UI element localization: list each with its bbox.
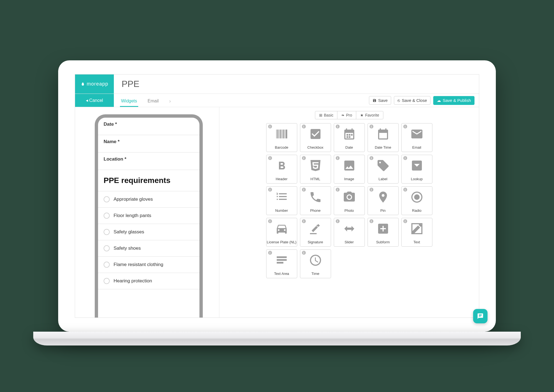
info-icon[interactable]: i: [268, 219, 272, 223]
widget-lookup[interactable]: iLookup: [401, 155, 432, 184]
check-item[interactable]: Safety glasses: [98, 224, 199, 240]
info-icon[interactable]: i: [302, 125, 306, 128]
widget-photo[interactable]: iPhoto: [334, 186, 365, 215]
check-label: Safety shoes: [114, 246, 141, 251]
widget-email[interactable]: iEmail: [401, 123, 432, 152]
widget-text[interactable]: iText: [401, 218, 432, 247]
widget-subform[interactable]: iSubform: [368, 218, 399, 247]
widget-date[interactable]: iDate: [334, 123, 365, 152]
chat-icon: [477, 313, 479, 318]
info-icon[interactable]: i: [302, 219, 306, 223]
info-icon[interactable]: i: [403, 125, 407, 128]
widget-label: Subform: [376, 240, 390, 244]
subbar: ◂ Cancel Widgets Email › Save ⎋ Save & C…: [75, 94, 479, 107]
bold-icon: [275, 155, 288, 176]
info-icon[interactable]: i: [302, 188, 306, 192]
widget-header[interactable]: iHeader: [266, 155, 297, 184]
info-icon[interactable]: i: [302, 156, 306, 160]
widget-label: Signature: [308, 240, 323, 244]
check-item[interactable]: Safety shoes: [98, 240, 199, 256]
dropdown-icon: [410, 155, 424, 176]
leaf-icon: [81, 82, 85, 86]
widget-checkbox[interactable]: iCheckbox: [300, 123, 331, 152]
tab-email[interactable]: Email: [147, 95, 160, 107]
info-icon[interactable]: i: [302, 251, 306, 255]
info-icon[interactable]: i: [336, 188, 340, 192]
widget-phone[interactable]: iPhone: [300, 186, 331, 215]
widget-license-plate[interactable]: iLicense Plate (NL): [266, 218, 297, 247]
cloud-upload-icon: ☁: [437, 98, 441, 103]
edit-icon: [410, 218, 424, 239]
widget-image[interactable]: iImage: [334, 155, 365, 184]
widget-datetime[interactable]: iDate Time: [368, 123, 399, 152]
save-close-button[interactable]: ⎋ Save & Close: [394, 96, 430, 105]
widget-slider[interactable]: iSlider: [334, 218, 365, 247]
dashboard-icon: ⊞: [319, 113, 322, 117]
widget-barcode[interactable]: iBarcode: [266, 123, 297, 152]
check-label: Appropriate gloves: [114, 197, 153, 202]
check-item[interactable]: Hearing protection: [98, 273, 199, 289]
tab-widgets[interactable]: Widgets: [120, 95, 138, 107]
info-icon[interactable]: i: [268, 125, 272, 128]
widget-label: Time: [311, 272, 319, 276]
widget-textarea[interactable]: iText Area: [266, 249, 297, 278]
widget-label: License Plate (NL): [267, 240, 296, 244]
widget-time[interactable]: iTime: [300, 249, 331, 278]
save-publish-button[interactable]: ☁ Save & Publish: [433, 96, 475, 105]
widget-label: Label: [379, 177, 388, 181]
widget-number[interactable]: i1Number: [266, 186, 297, 215]
info-icon[interactable]: i: [336, 125, 340, 128]
phone-preview: Date * Name * Location * PPE requirement…: [95, 114, 203, 318]
tag-icon: [376, 155, 390, 176]
info-icon[interactable]: i: [268, 251, 272, 255]
form-field-location[interactable]: Location *: [98, 153, 199, 170]
filter-label: Basic: [324, 113, 333, 117]
widget-pin[interactable]: iPin: [368, 186, 399, 215]
cancel-button[interactable]: ◂ Cancel: [75, 94, 114, 107]
info-icon[interactable]: i: [370, 125, 373, 128]
info-icon[interactable]: i: [370, 219, 373, 223]
chat-widget-button[interactable]: [473, 309, 479, 318]
phone-icon: [309, 187, 322, 207]
info-icon[interactable]: i: [403, 219, 407, 223]
envelope-icon: [410, 123, 424, 144]
check-item[interactable]: Floor length pants: [98, 207, 199, 224]
widget-label[interactable]: iLabel: [368, 155, 399, 184]
filter-favorite[interactable]: ★Favorite: [356, 111, 383, 119]
check-item[interactable]: Appropriate gloves: [98, 191, 199, 207]
camera-icon: [343, 187, 356, 207]
filter-basic[interactable]: ⊞Basic: [315, 111, 337, 119]
form-field-date[interactable]: Date *: [98, 118, 199, 135]
widget-signature[interactable]: iSignature: [300, 218, 331, 247]
check-item[interactable]: Flame resistant clothing: [98, 256, 199, 273]
filter-label: Pro: [346, 113, 352, 117]
form-field-name[interactable]: Name *: [98, 135, 199, 153]
info-icon[interactable]: i: [370, 188, 373, 192]
app-screen: moreapp PPE ◂ Cancel Widgets Email › Sav…: [75, 74, 479, 318]
checkbox-icon: [309, 123, 322, 144]
info-icon[interactable]: i: [403, 188, 407, 192]
filter-pills: ⊞Basic ❧Pro ★Favorite: [315, 111, 383, 119]
chevron-right-icon[interactable]: ›: [168, 96, 172, 107]
topbar: moreapp PPE: [75, 74, 479, 94]
widget-html[interactable]: iHTML: [300, 155, 331, 184]
info-icon[interactable]: i: [403, 156, 407, 160]
save-button[interactable]: Save: [369, 96, 391, 105]
filter-label: Favorite: [365, 113, 379, 117]
widget-label: Radio: [412, 208, 422, 213]
info-icon[interactable]: i: [370, 156, 373, 160]
info-icon[interactable]: i: [336, 219, 340, 223]
widget-label: Email: [412, 145, 421, 149]
info-icon[interactable]: i: [336, 156, 340, 160]
workspace: Date * Name * Location * PPE requirement…: [75, 107, 479, 318]
info-icon[interactable]: i: [268, 188, 272, 192]
widget-label: Pin: [380, 208, 386, 213]
check-label: Safety glasses: [114, 229, 144, 235]
info-icon[interactable]: i: [268, 156, 272, 160]
brand-logo[interactable]: moreapp: [75, 74, 114, 94]
widget-radio[interactable]: iRadio: [401, 186, 432, 215]
radio-icon: [104, 278, 110, 284]
widget-label: Date: [345, 145, 353, 149]
filter-pro[interactable]: ❧Pro: [337, 111, 356, 119]
action-buttons: Save ⎋ Save & Close ☁ Save & Publish: [369, 94, 479, 107]
